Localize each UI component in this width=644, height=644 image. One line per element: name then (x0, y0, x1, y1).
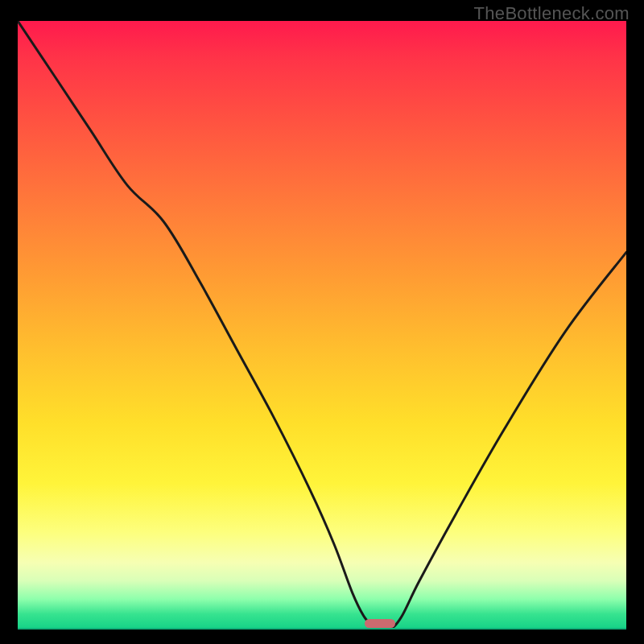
plot-area (18, 21, 626, 630)
baseline (18, 628, 626, 630)
watermark-text: TheBottleneck.com (474, 3, 630, 24)
bottleneck-curve (18, 21, 626, 630)
optimum-marker (365, 619, 395, 628)
chart-frame: TheBottleneck.com (0, 0, 644, 644)
